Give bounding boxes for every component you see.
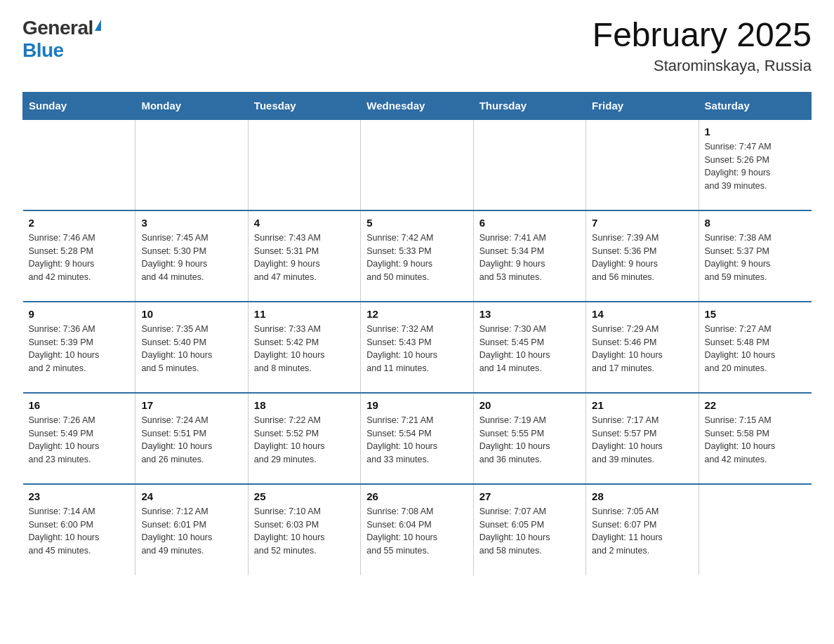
day-number: 12 xyxy=(366,308,467,320)
day-number: 21 xyxy=(592,399,692,411)
logo-general-text: General xyxy=(22,17,93,39)
day-info: Sunrise: 7:39 AM Sunset: 5:36 PM Dayligh… xyxy=(592,232,692,284)
calendar-cell: 3Sunrise: 7:45 AM Sunset: 5:30 PM Daylig… xyxy=(135,210,248,302)
logo-blue-text: Blue xyxy=(22,39,64,62)
day-number: 25 xyxy=(254,490,355,502)
calendar-cell: 13Sunrise: 7:30 AM Sunset: 5:45 PM Dayli… xyxy=(473,302,585,393)
calendar-cell: 5Sunrise: 7:42 AM Sunset: 5:33 PM Daylig… xyxy=(361,210,473,302)
column-header-wednesday: Wednesday xyxy=(361,92,473,119)
calendar-cell: 18Sunrise: 7:22 AM Sunset: 5:52 PM Dayli… xyxy=(248,393,360,484)
day-info: Sunrise: 7:07 AM Sunset: 6:05 PM Dayligh… xyxy=(479,505,580,558)
calendar-cell: 2Sunrise: 7:46 AM Sunset: 5:28 PM Daylig… xyxy=(23,210,135,302)
page-header: General Blue February 2025 Starominskaya… xyxy=(22,17,812,75)
day-number: 2 xyxy=(29,217,130,229)
day-info: Sunrise: 7:26 AM Sunset: 5:49 PM Dayligh… xyxy=(29,414,130,467)
calendar-cell xyxy=(135,119,248,210)
calendar-cell: 19Sunrise: 7:21 AM Sunset: 5:54 PM Dayli… xyxy=(361,393,473,484)
calendar-cell xyxy=(361,119,473,210)
calendar-cell: 4Sunrise: 7:43 AM Sunset: 5:31 PM Daylig… xyxy=(248,210,360,302)
day-number: 11 xyxy=(254,308,355,320)
day-number: 9 xyxy=(29,308,130,320)
calendar-cell: 27Sunrise: 7:07 AM Sunset: 6:05 PM Dayli… xyxy=(473,484,585,575)
day-info: Sunrise: 7:42 AM Sunset: 5:33 PM Dayligh… xyxy=(366,232,467,284)
day-info: Sunrise: 7:32 AM Sunset: 5:43 PM Dayligh… xyxy=(366,323,467,375)
calendar-cell: 22Sunrise: 7:15 AM Sunset: 5:58 PM Dayli… xyxy=(699,393,811,484)
day-info: Sunrise: 7:46 AM Sunset: 5:28 PM Dayligh… xyxy=(29,232,130,284)
column-header-thursday: Thursday xyxy=(473,92,585,119)
column-header-sunday: Sunday xyxy=(23,92,135,119)
calendar-cell: 9Sunrise: 7:36 AM Sunset: 5:39 PM Daylig… xyxy=(23,302,135,393)
calendar-cell: 1Sunrise: 7:47 AM Sunset: 5:26 PM Daylig… xyxy=(699,119,811,210)
day-info: Sunrise: 7:14 AM Sunset: 6:00 PM Dayligh… xyxy=(29,505,130,558)
calendar-week-row: 23Sunrise: 7:14 AM Sunset: 6:00 PM Dayli… xyxy=(23,484,812,575)
day-number: 20 xyxy=(479,399,580,411)
page-title: February 2025 xyxy=(593,17,812,54)
logo: General Blue xyxy=(22,17,101,62)
calendar-week-row: 16Sunrise: 7:26 AM Sunset: 5:49 PM Dayli… xyxy=(23,393,812,484)
calendar-cell: 6Sunrise: 7:41 AM Sunset: 5:34 PM Daylig… xyxy=(473,210,585,302)
day-info: Sunrise: 7:29 AM Sunset: 5:46 PM Dayligh… xyxy=(592,323,692,375)
day-info: Sunrise: 7:45 AM Sunset: 5:30 PM Dayligh… xyxy=(141,232,241,284)
day-info: Sunrise: 7:10 AM Sunset: 6:03 PM Dayligh… xyxy=(254,505,355,558)
column-header-saturday: Saturday xyxy=(699,92,811,119)
day-info: Sunrise: 7:43 AM Sunset: 5:31 PM Dayligh… xyxy=(254,232,355,284)
day-info: Sunrise: 7:24 AM Sunset: 5:51 PM Dayligh… xyxy=(141,414,241,467)
day-info: Sunrise: 7:30 AM Sunset: 5:45 PM Dayligh… xyxy=(479,323,580,375)
day-number: 7 xyxy=(592,217,692,229)
day-number: 26 xyxy=(366,490,467,502)
day-info: Sunrise: 7:27 AM Sunset: 5:48 PM Dayligh… xyxy=(705,323,806,375)
calendar-cell: 21Sunrise: 7:17 AM Sunset: 5:57 PM Dayli… xyxy=(586,393,699,484)
calendar-cell: 11Sunrise: 7:33 AM Sunset: 5:42 PM Dayli… xyxy=(248,302,360,393)
day-number: 22 xyxy=(705,399,806,411)
day-number: 5 xyxy=(366,217,467,229)
title-block: February 2025 Starominskaya, Russia xyxy=(593,17,812,75)
day-info: Sunrise: 7:41 AM Sunset: 5:34 PM Dayligh… xyxy=(479,232,580,284)
day-number: 23 xyxy=(29,490,130,502)
calendar-week-row: 9Sunrise: 7:36 AM Sunset: 5:39 PM Daylig… xyxy=(23,302,812,393)
day-info: Sunrise: 7:33 AM Sunset: 5:42 PM Dayligh… xyxy=(254,323,355,375)
calendar-cell: 8Sunrise: 7:38 AM Sunset: 5:37 PM Daylig… xyxy=(699,210,811,302)
calendar-cell xyxy=(586,119,699,210)
calendar-cell: 16Sunrise: 7:26 AM Sunset: 5:49 PM Dayli… xyxy=(23,393,135,484)
calendar-week-row: 2Sunrise: 7:46 AM Sunset: 5:28 PM Daylig… xyxy=(23,210,812,302)
day-number: 28 xyxy=(592,490,692,502)
calendar-cell: 15Sunrise: 7:27 AM Sunset: 5:48 PM Dayli… xyxy=(699,302,811,393)
day-info: Sunrise: 7:36 AM Sunset: 5:39 PM Dayligh… xyxy=(29,323,130,375)
day-number: 27 xyxy=(479,490,580,502)
calendar-cell: 14Sunrise: 7:29 AM Sunset: 5:46 PM Dayli… xyxy=(586,302,699,393)
calendar-cell: 10Sunrise: 7:35 AM Sunset: 5:40 PM Dayli… xyxy=(135,302,248,393)
calendar-cell: 12Sunrise: 7:32 AM Sunset: 5:43 PM Dayli… xyxy=(361,302,473,393)
day-info: Sunrise: 7:19 AM Sunset: 5:55 PM Dayligh… xyxy=(479,414,580,467)
day-number: 10 xyxy=(141,308,241,320)
calendar-table: SundayMondayTuesdayWednesdayThursdayFrid… xyxy=(22,92,812,575)
day-number: 18 xyxy=(254,399,355,411)
calendar-week-row: 1Sunrise: 7:47 AM Sunset: 5:26 PM Daylig… xyxy=(23,119,812,210)
calendar-cell: 28Sunrise: 7:05 AM Sunset: 6:07 PM Dayli… xyxy=(586,484,699,575)
calendar-cell: 23Sunrise: 7:14 AM Sunset: 6:00 PM Dayli… xyxy=(23,484,135,575)
calendar-cell: 24Sunrise: 7:12 AM Sunset: 6:01 PM Dayli… xyxy=(135,484,248,575)
calendar-cell xyxy=(473,119,585,210)
day-info: Sunrise: 7:47 AM Sunset: 5:26 PM Dayligh… xyxy=(705,140,806,193)
day-number: 6 xyxy=(479,217,580,229)
day-info: Sunrise: 7:15 AM Sunset: 5:58 PM Dayligh… xyxy=(705,414,806,467)
day-info: Sunrise: 7:05 AM Sunset: 6:07 PM Dayligh… xyxy=(592,505,692,558)
day-number: 17 xyxy=(141,399,241,411)
page-subtitle: Starominskaya, Russia xyxy=(593,57,812,75)
calendar-header-row: SundayMondayTuesdayWednesdayThursdayFrid… xyxy=(23,92,812,119)
day-number: 8 xyxy=(705,217,806,229)
day-info: Sunrise: 7:17 AM Sunset: 5:57 PM Dayligh… xyxy=(592,414,692,467)
day-number: 1 xyxy=(705,126,806,137)
day-number: 14 xyxy=(592,308,692,320)
calendar-cell: 20Sunrise: 7:19 AM Sunset: 5:55 PM Dayli… xyxy=(473,393,585,484)
calendar-cell xyxy=(23,119,135,210)
calendar-cell: 25Sunrise: 7:10 AM Sunset: 6:03 PM Dayli… xyxy=(248,484,360,575)
calendar-cell: 26Sunrise: 7:08 AM Sunset: 6:04 PM Dayli… xyxy=(361,484,473,575)
calendar-cell xyxy=(699,484,811,575)
column-header-tuesday: Tuesday xyxy=(248,92,360,119)
column-header-monday: Monday xyxy=(135,92,248,119)
calendar-cell: 7Sunrise: 7:39 AM Sunset: 5:36 PM Daylig… xyxy=(586,210,699,302)
calendar-cell: 17Sunrise: 7:24 AM Sunset: 5:51 PM Dayli… xyxy=(135,393,248,484)
logo-triangle-icon xyxy=(95,20,101,31)
day-number: 15 xyxy=(705,308,806,320)
day-info: Sunrise: 7:08 AM Sunset: 6:04 PM Dayligh… xyxy=(366,505,467,558)
